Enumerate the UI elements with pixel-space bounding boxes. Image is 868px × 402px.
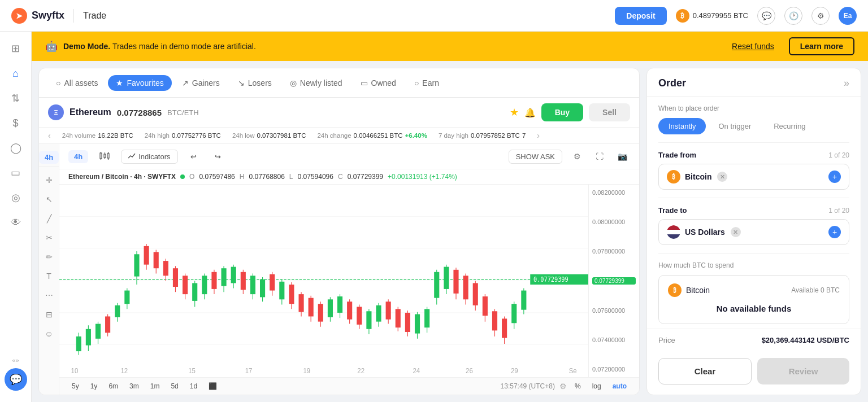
settings-icon-btn[interactable]: ⚙ [811, 7, 830, 25]
asset-name: Ethereum [70, 107, 111, 117]
candle-type-btn[interactable] [95, 150, 114, 164]
timeframe-4h[interactable]: 4h [68, 150, 88, 163]
undo-btn[interactable]: ↩ [185, 150, 202, 163]
svg-rect-42 [192, 283, 197, 300]
range-1m-btn[interactable]: 1m [147, 381, 163, 391]
earn-icon: ○ [414, 78, 419, 88]
compare-btn[interactable]: ⬛ [205, 381, 220, 391]
tab-losers[interactable]: ↘ Losers [230, 75, 280, 91]
trade-from-add-icon[interactable]: + [828, 171, 841, 183]
reset-funds-button[interactable]: Reset funds [732, 42, 774, 51]
alert-bell-icon[interactable]: 🔔 [524, 107, 536, 118]
sell-button[interactable]: Sell [589, 103, 630, 121]
show-ask-btn[interactable]: SHOW ASK [509, 150, 562, 164]
change-pct: +6.40% [405, 132, 427, 139]
sidebar-icon-grid[interactable]: ⊞ [6, 38, 26, 59]
favourite-star-icon[interactable]: ★ [510, 106, 519, 119]
line-tool[interactable]: ╱ [41, 211, 57, 226]
pct-btn[interactable]: % [571, 381, 584, 391]
learn-more-button[interactable]: Learn more [789, 37, 854, 55]
deposit-button[interactable]: Deposit [615, 7, 666, 25]
node-tool[interactable]: ⋯ [41, 287, 57, 303]
crosshair-tool[interactable]: ✛ [41, 172, 57, 188]
chat-icon-btn[interactable]: 💬 [757, 7, 775, 25]
range-5y-btn[interactable]: 5y [68, 381, 83, 391]
price-highlight: 0.07729399 [592, 277, 636, 285]
tab-losers-label: Losers [248, 78, 272, 88]
log-btn[interactable]: log [589, 381, 605, 391]
sidebar-icon-bullseye[interactable]: ◎ [6, 187, 26, 208]
svg-text:15: 15 [188, 367, 196, 375]
owned-icon: ▭ [361, 78, 368, 88]
stats-nav-prev[interactable]: ‹ [48, 131, 51, 140]
tab-owned[interactable]: ▭ Owned [353, 75, 404, 91]
svg-text:19: 19 [303, 367, 310, 375]
tab-earn[interactable]: ○ Earn [406, 75, 447, 91]
tab-gainers[interactable]: ↗ Gainers [174, 75, 228, 91]
svg-rect-88 [415, 314, 420, 334]
filter-tool[interactable]: ⊟ [41, 307, 57, 322]
scissors-tool[interactable]: ✂ [41, 230, 57, 246]
trade-from-select[interactable]: ₿ Bitcoin ✕ + [658, 164, 849, 190]
tab-favourites[interactable]: ★ Favourites [108, 75, 171, 91]
newly-listed-icon: ◎ [290, 78, 297, 88]
range-1y-btn[interactable]: 1y [87, 381, 101, 391]
trade-to-select[interactable]: US Dollars ✕ + [658, 219, 849, 245]
recurring-btn[interactable]: Recurring [763, 118, 815, 134]
svg-rect-92 [434, 272, 439, 298]
sidebar-icon-eye[interactable]: 👁 [6, 212, 26, 233]
clock-icon-btn[interactable]: 🕐 [784, 7, 802, 25]
timeframe-4h-btn[interactable]: 4h [39, 151, 59, 164]
range-6m-btn[interactable]: 6m [105, 381, 121, 391]
asset-tabs: ○ All assets ★ Favourites ↗ Gainers ↘ Lo… [39, 68, 639, 98]
tab-all-assets[interactable]: ○ All assets [48, 75, 106, 91]
low-label-ohlc: L [289, 173, 293, 181]
asset-logo: Ξ [48, 104, 64, 120]
order-expand-icon[interactable]: » [844, 77, 849, 89]
on-trigger-btn[interactable]: On trigger [708, 118, 761, 134]
chart-settings-icon[interactable]: ⚙ [569, 148, 585, 164]
emoji-tool[interactable]: ☺ [41, 326, 57, 342]
trade-from-label: Trade from [658, 151, 696, 159]
tab-favourites-label: Favourites [127, 78, 163, 88]
price-value: $20,369.443142 USD/BTC [762, 336, 849, 344]
sidebar-icon-circle[interactable]: ◯ [6, 138, 26, 158]
chart-fullscreen-icon[interactable]: ⛶ [592, 148, 607, 164]
week-num: 7 [522, 132, 526, 139]
indicators-btn[interactable]: Indicators [121, 150, 177, 164]
redo-btn[interactable]: ↪ [209, 150, 227, 163]
btc-spend-coin-icon: ₿ [668, 283, 682, 297]
avatar-button[interactable]: Ea [839, 7, 857, 25]
svg-rect-70 [328, 299, 333, 317]
stats-nav-next[interactable]: › [537, 131, 540, 140]
range-3m-btn[interactable]: 3m [126, 381, 142, 391]
range-5d-btn[interactable]: 5d [167, 381, 181, 391]
sidebar-icon-rect[interactable]: ▭ [6, 163, 26, 183]
chart-screenshot-icon[interactable]: 📷 [614, 148, 630, 164]
chart-wrapper[interactable]: 0.07729399 [59, 185, 588, 377]
cursor-tool[interactable]: ↖ [41, 191, 57, 207]
range-1d-btn[interactable]: 1d [186, 381, 201, 391]
sidebar-expand-icon[interactable]: «» [12, 357, 19, 364]
buy-button[interactable]: Buy [541, 103, 583, 121]
sidebar-icon-dollar[interactable]: $ [6, 113, 26, 133]
chart-bottom-settings-icon[interactable]: ⚙ [559, 382, 567, 391]
sidebar-icon-transfer[interactable]: ⇅ [6, 88, 26, 108]
low-label: 24h low [232, 132, 255, 139]
trade-from-close-icon[interactable]: ✕ [717, 172, 727, 182]
sidebar-icon-home[interactable]: ⌂ [6, 63, 26, 84]
trade-to-close-icon[interactable]: ✕ [731, 227, 741, 237]
instantly-btn[interactable]: Instantly [658, 118, 706, 134]
trade-panel: ○ All assets ★ Favourites ↗ Gainers ↘ Lo… [32, 61, 868, 402]
auto-btn[interactable]: auto [609, 381, 630, 391]
text-tool[interactable]: T [41, 268, 57, 284]
trade-to-add-icon[interactable]: + [828, 226, 841, 238]
pen-tool[interactable]: ✏ [41, 249, 57, 265]
price-level-4: 0.07600000 [592, 307, 636, 314]
close-label-ohlc: C [338, 173, 343, 181]
order-panel: Order » When to place order Instantly On… [646, 68, 861, 395]
chat-button[interactable]: 💬 [5, 368, 27, 391]
tab-newly-listed[interactable]: ◎ Newly listed [282, 75, 350, 91]
clear-button[interactable]: Clear [658, 358, 752, 384]
btc-spend-box: ₿ Bitcoin Available 0 BTC No available f… [658, 275, 849, 324]
